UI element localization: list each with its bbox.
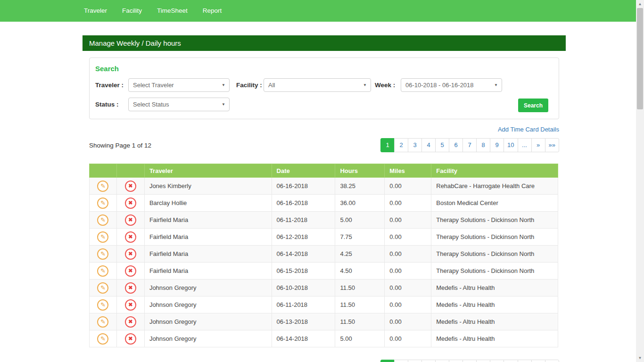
pencil-icon: ✎ [100, 199, 106, 206]
table-row: ✎ ✖ Fairfield Maria 06-15-2018 4.50 0.00… [90, 263, 558, 280]
delete-button[interactable]: ✖ [125, 231, 136, 243]
cell-date: 06-11-2018 [272, 212, 335, 229]
cell-hours: 7.75 [335, 229, 385, 246]
page-button-4[interactable]: 4 [421, 138, 436, 152]
page-button-9[interactable]: 9 [490, 138, 504, 152]
chevron-down-icon: ▼ [222, 102, 225, 107]
header-delete-col [116, 164, 144, 178]
page-button-4[interactable]: 4 [421, 360, 436, 362]
page-button-3[interactable]: 3 [408, 138, 422, 152]
pagination: 12345678910...»»» [380, 360, 559, 362]
page-button-6[interactable]: 6 [449, 360, 463, 362]
page-button-1[interactable]: 1 [380, 138, 395, 152]
header-facility: Facility [431, 164, 558, 178]
page-button-7[interactable]: 7 [462, 360, 477, 362]
page-button-7[interactable]: 7 [462, 138, 477, 152]
page-button-»[interactable]: » [531, 138, 545, 152]
edit-button[interactable]: ✎ [97, 231, 108, 243]
cell-date: 06-14-2018 [272, 246, 335, 263]
page-button-3[interactable]: 3 [408, 360, 422, 362]
page-button-...[interactable]: ... [518, 138, 532, 152]
traveler-label: Traveler : [95, 82, 128, 89]
pencil-icon: ✎ [100, 216, 106, 223]
vertical-scrollbar[interactable]: ▲ ▼ [636, 0, 644, 362]
delete-button[interactable]: ✖ [125, 197, 136, 209]
cell-miles: 0.00 [385, 195, 431, 212]
delete-button[interactable]: ✖ [125, 214, 136, 226]
x-icon: ✖ [128, 183, 132, 189]
week-select-value: 06-10-2018 - 06-16-2018 [405, 82, 474, 89]
edit-button[interactable]: ✎ [97, 333, 108, 345]
page-button-10[interactable]: 10 [504, 360, 518, 362]
delete-button[interactable]: ✖ [125, 282, 136, 294]
search-button[interactable]: Search [518, 99, 548, 112]
status-select[interactable]: Select Status ▼ [128, 98, 230, 111]
scroll-down-icon[interactable]: ▼ [636, 354, 644, 362]
delete-button[interactable]: ✖ [125, 333, 136, 345]
page-button-2[interactable]: 2 [394, 138, 408, 152]
nav-item-traveler[interactable]: Traveler [76, 0, 115, 22]
edit-button[interactable]: ✎ [97, 214, 108, 226]
cell-facility: RehabCare - Harrogate Health Care [431, 178, 558, 195]
page-button-5[interactable]: 5 [435, 138, 449, 152]
cell-traveler: Fairfield Maria [144, 263, 272, 280]
nav-item-timesheet[interactable]: TimeSheet [149, 0, 195, 22]
page-button-»»[interactable]: »» [545, 138, 559, 152]
scrollbar-thumb[interactable] [637, 8, 643, 109]
table-row: ✎ ✖ Fairfield Maria 06-11-2018 5.00 0.00… [90, 212, 558, 229]
pencil-icon: ✎ [100, 301, 106, 308]
page-button-9[interactable]: 9 [490, 360, 504, 362]
search-row-2: Status : Select Status ▼ [95, 98, 553, 111]
timesheet-table: Traveler Date Hours Miles Facility ✎ ✖ J… [89, 164, 558, 347]
facility-label: Facility : [236, 82, 264, 89]
delete-button[interactable]: ✖ [125, 181, 136, 192]
bottom-list-bar: Showing Page 1 of 12 12345678910...»»» [89, 360, 559, 362]
traveler-select[interactable]: Select Traveler ▼ [128, 78, 230, 92]
delete-button[interactable]: ✖ [125, 316, 136, 328]
scroll-up-icon[interactable]: ▲ [636, 0, 644, 8]
page-button-5[interactable]: 5 [435, 360, 449, 362]
page-button-1[interactable]: 1 [380, 360, 395, 362]
page-button-»[interactable]: » [531, 360, 545, 362]
cell-date: 06-16-2018 [272, 178, 335, 195]
x-icon: ✖ [128, 268, 132, 274]
nav-item-report[interactable]: Report [195, 0, 230, 22]
nav-item-facility[interactable]: Facility [115, 0, 149, 22]
cell-miles: 0.00 [385, 212, 431, 229]
edit-button[interactable]: ✎ [97, 197, 108, 209]
page-button-10[interactable]: 10 [504, 138, 518, 152]
header-miles: Miles [385, 164, 431, 178]
page-button-2[interactable]: 2 [394, 360, 408, 362]
edit-button[interactable]: ✎ [97, 181, 108, 192]
cell-traveler: Fairfield Maria [144, 229, 272, 246]
edit-button[interactable]: ✎ [97, 282, 108, 294]
add-time-card-link[interactable]: Add Time Card Details [498, 126, 559, 133]
delete-button[interactable]: ✖ [125, 265, 136, 277]
cell-miles: 0.00 [385, 263, 431, 280]
table-row: ✎ ✖ Jones Kimberly 06-16-2018 38.25 0.00… [90, 178, 558, 195]
edit-button[interactable]: ✎ [97, 316, 108, 328]
facility-select-value: All [268, 82, 275, 89]
page-button-8[interactable]: 8 [476, 138, 490, 152]
cell-miles: 0.00 [385, 330, 431, 347]
cell-hours: 36.00 [335, 195, 385, 212]
status-select-value: Select Status [133, 101, 169, 108]
edit-button[interactable]: ✎ [97, 265, 108, 277]
page-button-»»[interactable]: »» [545, 360, 559, 362]
facility-select[interactable]: All ▼ [264, 78, 371, 92]
header-date: Date [272, 164, 335, 178]
delete-button[interactable]: ✖ [125, 248, 136, 260]
page-button-8[interactable]: 8 [476, 360, 490, 362]
cell-traveler: Johnson Gregory [144, 313, 272, 330]
edit-button[interactable]: ✎ [97, 299, 108, 311]
delete-button[interactable]: ✖ [125, 299, 136, 311]
header-edit-col [90, 164, 117, 178]
cell-miles: 0.00 [385, 313, 431, 330]
search-panel-title: Search [95, 65, 553, 73]
week-select[interactable]: 06-10-2018 - 06-16-2018 ▼ [401, 78, 502, 92]
page-button-...[interactable]: ... [518, 360, 532, 362]
cell-date: 06-14-2018 [272, 330, 335, 347]
cell-hours: 5.00 [335, 212, 385, 229]
page-button-6[interactable]: 6 [449, 138, 463, 152]
edit-button[interactable]: ✎ [97, 248, 108, 260]
